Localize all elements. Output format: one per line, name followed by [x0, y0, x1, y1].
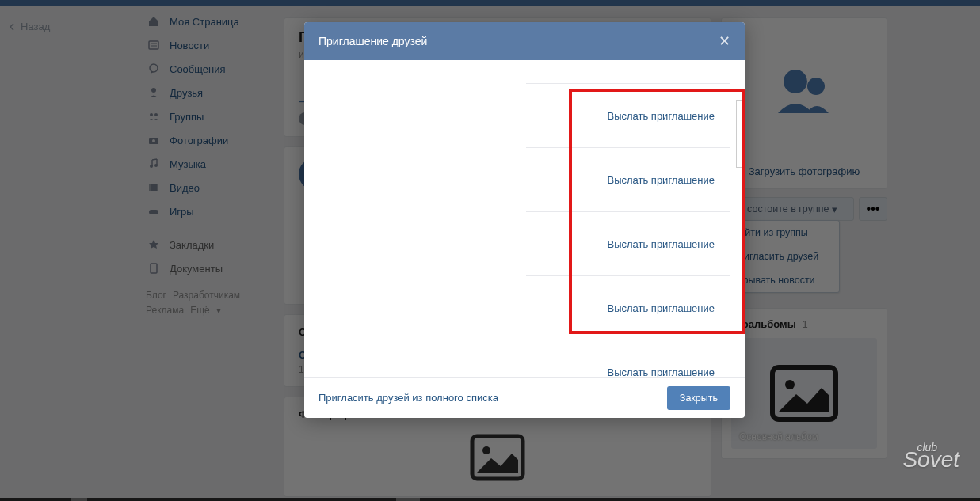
friend-row: Выслать приглашение	[526, 340, 730, 377]
send-invite-link[interactable]: Выслать приглашение	[607, 110, 730, 122]
invite-full-list-link[interactable]: Пригласить друзей из полного списка	[318, 392, 498, 404]
modal-scroll-area[interactable]: Выслать приглашение Выслать приглашение …	[304, 60, 745, 377]
send-invite-link[interactable]: Выслать приглашение	[607, 174, 730, 186]
friend-row: Выслать приглашение	[526, 212, 730, 276]
invite-friends-modal: Приглашение друзей ✕ Выслать приглашение…	[304, 22, 745, 418]
modal-title: Приглашение друзей	[318, 35, 427, 47]
friend-row: Выслать приглашение	[526, 148, 730, 212]
friend-row: Выслать приглашение	[526, 84, 730, 148]
send-invite-link[interactable]: Выслать приглашение	[607, 238, 730, 250]
scrollbar-indicator	[736, 100, 742, 168]
send-invite-link[interactable]: Выслать приглашение	[607, 366, 730, 378]
friend-row: Выслать приглашение	[526, 276, 730, 340]
close-button[interactable]: Закрыть	[667, 386, 730, 410]
send-invite-link[interactable]: Выслать приглашение	[607, 302, 730, 314]
friend-row	[526, 60, 730, 84]
modal-close-button[interactable]: ✕	[719, 32, 730, 50]
